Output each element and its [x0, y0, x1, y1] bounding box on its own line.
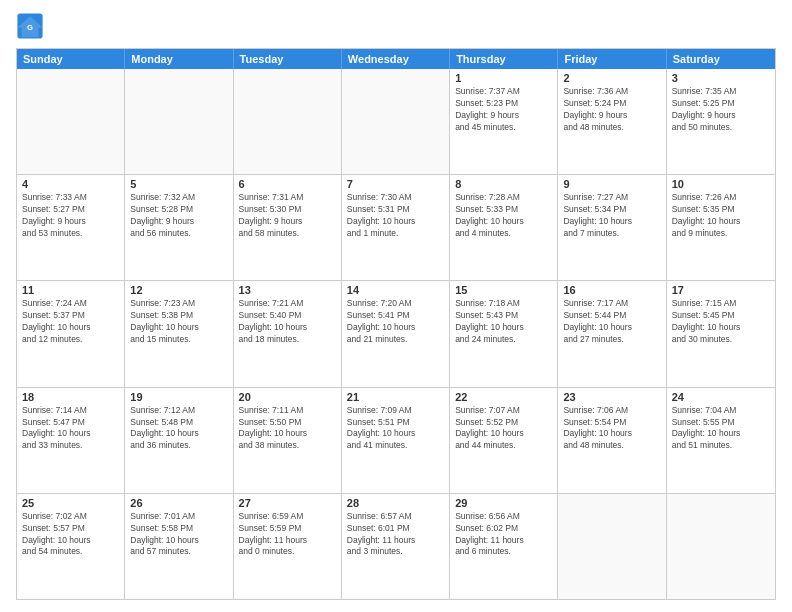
calendar-cell [342, 69, 450, 174]
calendar-cell: 29Sunrise: 6:56 AM Sunset: 6:02 PM Dayli… [450, 494, 558, 599]
calendar-cell: 25Sunrise: 7:02 AM Sunset: 5:57 PM Dayli… [17, 494, 125, 599]
calendar-cell: 22Sunrise: 7:07 AM Sunset: 5:52 PM Dayli… [450, 388, 558, 493]
day-number: 21 [347, 391, 444, 403]
day-number: 15 [455, 284, 552, 296]
day-number: 4 [22, 178, 119, 190]
logo: G [16, 12, 48, 40]
weekday-header: Tuesday [234, 49, 342, 69]
day-info: Sunrise: 6:57 AM Sunset: 6:01 PM Dayligh… [347, 511, 444, 559]
weekday-header: Thursday [450, 49, 558, 69]
day-info: Sunrise: 7:24 AM Sunset: 5:37 PM Dayligh… [22, 298, 119, 346]
calendar-cell: 15Sunrise: 7:18 AM Sunset: 5:43 PM Dayli… [450, 281, 558, 386]
day-number: 22 [455, 391, 552, 403]
weekday-header: Monday [125, 49, 233, 69]
weekday-header: Wednesday [342, 49, 450, 69]
calendar-cell: 2Sunrise: 7:36 AM Sunset: 5:24 PM Daylig… [558, 69, 666, 174]
day-info: Sunrise: 7:20 AM Sunset: 5:41 PM Dayligh… [347, 298, 444, 346]
day-number: 5 [130, 178, 227, 190]
day-number: 16 [563, 284, 660, 296]
day-number: 23 [563, 391, 660, 403]
day-info: Sunrise: 7:23 AM Sunset: 5:38 PM Dayligh… [130, 298, 227, 346]
day-info: Sunrise: 7:11 AM Sunset: 5:50 PM Dayligh… [239, 405, 336, 453]
calendar-cell: 5Sunrise: 7:32 AM Sunset: 5:28 PM Daylig… [125, 175, 233, 280]
day-number: 9 [563, 178, 660, 190]
day-info: Sunrise: 7:36 AM Sunset: 5:24 PM Dayligh… [563, 86, 660, 134]
calendar-cell: 11Sunrise: 7:24 AM Sunset: 5:37 PM Dayli… [17, 281, 125, 386]
weekday-header: Friday [558, 49, 666, 69]
calendar-cell: 19Sunrise: 7:12 AM Sunset: 5:48 PM Dayli… [125, 388, 233, 493]
calendar-cell: 17Sunrise: 7:15 AM Sunset: 5:45 PM Dayli… [667, 281, 775, 386]
day-info: Sunrise: 7:06 AM Sunset: 5:54 PM Dayligh… [563, 405, 660, 453]
day-number: 18 [22, 391, 119, 403]
day-info: Sunrise: 7:26 AM Sunset: 5:35 PM Dayligh… [672, 192, 770, 240]
calendar-cell: 21Sunrise: 7:09 AM Sunset: 5:51 PM Dayli… [342, 388, 450, 493]
day-number: 17 [672, 284, 770, 296]
calendar-cell: 20Sunrise: 7:11 AM Sunset: 5:50 PM Dayli… [234, 388, 342, 493]
day-number: 26 [130, 497, 227, 509]
calendar-cell: 26Sunrise: 7:01 AM Sunset: 5:58 PM Dayli… [125, 494, 233, 599]
header: G [16, 12, 776, 40]
calendar-cell: 18Sunrise: 7:14 AM Sunset: 5:47 PM Dayli… [17, 388, 125, 493]
logo-icon: G [16, 12, 44, 40]
weekday-header: Saturday [667, 49, 775, 69]
day-number: 8 [455, 178, 552, 190]
calendar-row: 18Sunrise: 7:14 AM Sunset: 5:47 PM Dayli… [17, 387, 775, 493]
day-number: 19 [130, 391, 227, 403]
day-info: Sunrise: 6:56 AM Sunset: 6:02 PM Dayligh… [455, 511, 552, 559]
day-number: 27 [239, 497, 336, 509]
day-info: Sunrise: 7:32 AM Sunset: 5:28 PM Dayligh… [130, 192, 227, 240]
day-number: 12 [130, 284, 227, 296]
day-info: Sunrise: 7:37 AM Sunset: 5:23 PM Dayligh… [455, 86, 552, 134]
calendar-row: 4Sunrise: 7:33 AM Sunset: 5:27 PM Daylig… [17, 174, 775, 280]
day-number: 2 [563, 72, 660, 84]
day-info: Sunrise: 7:02 AM Sunset: 5:57 PM Dayligh… [22, 511, 119, 559]
calendar-row: 1Sunrise: 7:37 AM Sunset: 5:23 PM Daylig… [17, 69, 775, 174]
day-info: Sunrise: 7:04 AM Sunset: 5:55 PM Dayligh… [672, 405, 770, 453]
calendar-cell: 28Sunrise: 6:57 AM Sunset: 6:01 PM Dayli… [342, 494, 450, 599]
day-info: Sunrise: 7:09 AM Sunset: 5:51 PM Dayligh… [347, 405, 444, 453]
calendar-row: 11Sunrise: 7:24 AM Sunset: 5:37 PM Dayli… [17, 280, 775, 386]
day-number: 11 [22, 284, 119, 296]
day-info: Sunrise: 7:35 AM Sunset: 5:25 PM Dayligh… [672, 86, 770, 134]
calendar-cell: 16Sunrise: 7:17 AM Sunset: 5:44 PM Dayli… [558, 281, 666, 386]
calendar-row: 25Sunrise: 7:02 AM Sunset: 5:57 PM Dayli… [17, 493, 775, 599]
day-info: Sunrise: 7:07 AM Sunset: 5:52 PM Dayligh… [455, 405, 552, 453]
day-number: 7 [347, 178, 444, 190]
day-info: Sunrise: 7:30 AM Sunset: 5:31 PM Dayligh… [347, 192, 444, 240]
calendar-cell: 24Sunrise: 7:04 AM Sunset: 5:55 PM Dayli… [667, 388, 775, 493]
day-info: Sunrise: 7:33 AM Sunset: 5:27 PM Dayligh… [22, 192, 119, 240]
calendar-cell: 12Sunrise: 7:23 AM Sunset: 5:38 PM Dayli… [125, 281, 233, 386]
calendar-cell: 1Sunrise: 7:37 AM Sunset: 5:23 PM Daylig… [450, 69, 558, 174]
day-number: 25 [22, 497, 119, 509]
day-info: Sunrise: 7:17 AM Sunset: 5:44 PM Dayligh… [563, 298, 660, 346]
calendar: SundayMondayTuesdayWednesdayThursdayFrid… [16, 48, 776, 600]
day-number: 6 [239, 178, 336, 190]
calendar-cell: 14Sunrise: 7:20 AM Sunset: 5:41 PM Dayli… [342, 281, 450, 386]
calendar-cell: 23Sunrise: 7:06 AM Sunset: 5:54 PM Dayli… [558, 388, 666, 493]
day-info: Sunrise: 7:15 AM Sunset: 5:45 PM Dayligh… [672, 298, 770, 346]
day-info: Sunrise: 7:18 AM Sunset: 5:43 PM Dayligh… [455, 298, 552, 346]
day-number: 20 [239, 391, 336, 403]
day-number: 10 [672, 178, 770, 190]
calendar-cell: 10Sunrise: 7:26 AM Sunset: 5:35 PM Dayli… [667, 175, 775, 280]
calendar-cell [234, 69, 342, 174]
calendar-cell: 4Sunrise: 7:33 AM Sunset: 5:27 PM Daylig… [17, 175, 125, 280]
calendar-cell [17, 69, 125, 174]
day-number: 28 [347, 497, 444, 509]
calendar-cell [558, 494, 666, 599]
calendar-header: SundayMondayTuesdayWednesdayThursdayFrid… [17, 49, 775, 69]
day-number: 24 [672, 391, 770, 403]
day-number: 13 [239, 284, 336, 296]
calendar-cell: 7Sunrise: 7:30 AM Sunset: 5:31 PM Daylig… [342, 175, 450, 280]
calendar-body: 1Sunrise: 7:37 AM Sunset: 5:23 PM Daylig… [17, 69, 775, 599]
day-info: Sunrise: 7:01 AM Sunset: 5:58 PM Dayligh… [130, 511, 227, 559]
day-number: 14 [347, 284, 444, 296]
day-number: 29 [455, 497, 552, 509]
calendar-cell: 8Sunrise: 7:28 AM Sunset: 5:33 PM Daylig… [450, 175, 558, 280]
day-number: 3 [672, 72, 770, 84]
day-info: Sunrise: 7:28 AM Sunset: 5:33 PM Dayligh… [455, 192, 552, 240]
calendar-cell [125, 69, 233, 174]
day-info: Sunrise: 7:21 AM Sunset: 5:40 PM Dayligh… [239, 298, 336, 346]
svg-text:G: G [27, 23, 33, 32]
calendar-cell: 3Sunrise: 7:35 AM Sunset: 5:25 PM Daylig… [667, 69, 775, 174]
